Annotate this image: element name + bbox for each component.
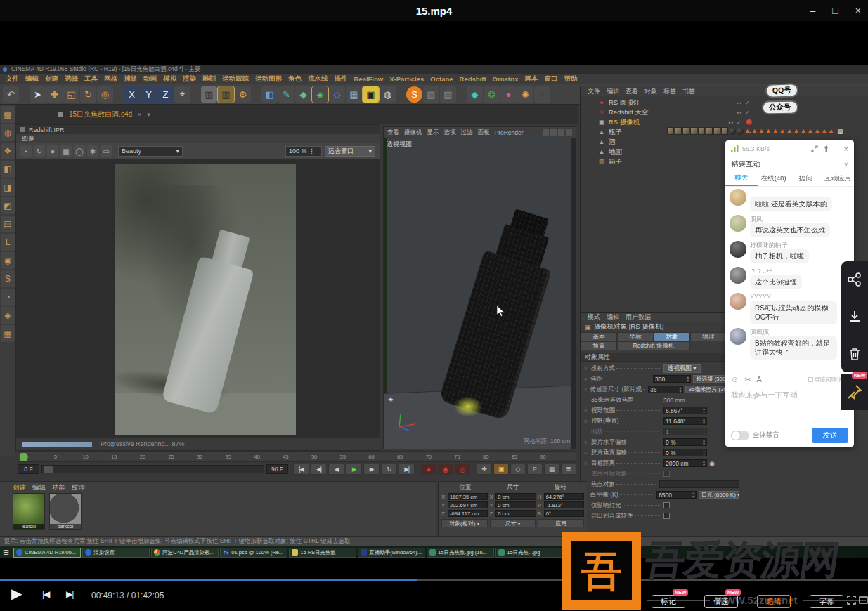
toolbar-icon[interactable]: ❂ <box>484 86 500 103</box>
value-field[interactable]: 0 %▴▾ <box>663 449 707 456</box>
material-menu-item[interactable]: 编辑 <box>32 483 46 492</box>
enabled-check-icon[interactable]: ✓ <box>745 110 752 116</box>
attribute-row[interactable]: ○ 焦点对象 ▴▾ ◉ <box>581 479 739 490</box>
toolbar-icon[interactable]: ▣ <box>363 86 379 103</box>
checkbox[interactable] <box>663 513 670 519</box>
value-field[interactable]: 6500▴▾ <box>656 491 697 499</box>
toolbar-icon[interactable]: ◍ <box>380 86 396 103</box>
om-menu-item[interactable]: 文件 <box>588 87 600 96</box>
aov-dropdown[interactable]: Beauty▾ <box>118 146 183 157</box>
enabled-check-icon[interactable]: ✓ <box>745 100 752 106</box>
attribute-row[interactable]: ○ 视野范围 6.867°▴▾ ◉ <box>581 405 739 416</box>
om-menu-item[interactable]: 编辑 <box>607 87 619 96</box>
pushpin-icon[interactable] <box>847 384 862 400</box>
palette-icon[interactable]: ▤ <box>1 216 15 232</box>
download-icon[interactable] <box>848 310 862 324</box>
keyframe-dot-icon[interactable]: ○ <box>584 419 589 423</box>
keying-button[interactable]: ▣ <box>493 464 509 475</box>
transport-button[interactable]: ▶ <box>363 464 380 475</box>
maximize-icon[interactable]: □ <box>832 5 838 16</box>
toolbar-icon[interactable]: ➤ <box>30 86 46 103</box>
keyframe-dot-icon[interactable]: ○ <box>584 366 589 371</box>
taskbar-item[interactable]: 阿波C4D产品渲染教... <box>151 548 219 558</box>
previous-button[interactable]: |◀ <box>42 589 49 599</box>
avatar[interactable] <box>730 215 746 232</box>
toolbar-icon[interactable]: ↻ <box>80 86 96 103</box>
viewport-menu-item[interactable]: 面板 <box>478 129 490 137</box>
subtitle-button[interactable]: 字幕 <box>810 595 843 608</box>
menu-item[interactable]: 模拟 <box>163 74 176 84</box>
object-row[interactable]: ● RS 圆顶灯 ●● ✓ <box>597 98 752 107</box>
texture-tag-strip[interactable]: ▲▲▲▲▲▲▲▲▲▲▲▲▲▩ <box>667 127 843 135</box>
toolbar-icon[interactable]: ✚ <box>46 86 63 103</box>
checkbox[interactable] <box>663 502 670 508</box>
attribute-tab[interactable]: 坐标 <box>617 332 654 341</box>
chat-tab[interactable]: 在线(48) <box>758 171 790 186</box>
link-field[interactable] <box>659 480 739 488</box>
chat-tool-icon[interactable]: ✂ <box>744 375 751 384</box>
attr-menu-item[interactable]: 编辑 <box>607 313 619 322</box>
keyframe-dot-icon[interactable]: ○ <box>584 461 589 466</box>
chat-tab[interactable]: 聊天 <box>725 171 758 186</box>
taskbar-item[interactable]: CINEMA 4D R19.06... <box>13 548 81 558</box>
apply-button[interactable]: 应用 <box>538 519 584 527</box>
toolbar-icon[interactable]: ▨ <box>440 86 456 103</box>
menu-item[interactable]: RealFlow <box>354 75 384 83</box>
chat-tool-icon[interactable]: ☺ <box>731 375 739 383</box>
value-field[interactable]: 300▴▾ <box>653 375 691 383</box>
pin-icon[interactable] <box>823 145 829 152</box>
value-field[interactable]: 36▴▾ <box>648 386 683 393</box>
slider-handle[interactable] <box>44 466 53 473</box>
next-button[interactable]: ▶| <box>66 589 73 599</box>
object-name[interactable]: 箱子 <box>609 157 622 166</box>
toolbar-icon[interactable]: ↶ <box>3 86 19 103</box>
material-thumbnail[interactable]: barkcol <box>49 493 82 530</box>
object-name[interactable]: 酒 <box>609 138 616 147</box>
value-field[interactable]: 11.648°▴▾ <box>663 417 707 425</box>
rotation-field[interactable]: -1.812° <box>544 501 584 508</box>
viewport-menu-item[interactable]: ProRender <box>495 129 524 136</box>
avatar[interactable] <box>730 241 746 258</box>
object-name[interactable]: Redshift 天空 <box>609 108 649 117</box>
trash-icon[interactable] <box>848 347 861 361</box>
toolbar-icon[interactable]: Y <box>141 86 157 103</box>
attribute-row[interactable]: ○ 传感器尺寸 (胶片规格) 36▴▾ 35毫米照片 (36.0毫米) ▾ ◉ <box>581 384 739 395</box>
object-name[interactable]: RS 圆顶灯 <box>609 98 640 107</box>
transport-button[interactable]: ▶ <box>346 464 362 475</box>
transport-button[interactable]: ◀ <box>328 464 344 475</box>
menu-item[interactable]: 文件 <box>6 74 19 84</box>
menu-item[interactable]: Redshift <box>460 75 486 83</box>
quality-button[interactable]: 超清 <box>757 595 791 608</box>
viewport-menu-item[interactable]: 显示 <box>427 129 439 137</box>
material-menu-item[interactable]: 功能 <box>52 483 65 492</box>
om-menu-item[interactable]: 书签 <box>682 87 695 96</box>
chat-messages[interactable]: 啦啦 还是看英文版本的 朋风 再说这英文也不怎么难 柠檬味的柚子 柚子相 <box>725 188 854 372</box>
keyframe-dot-icon[interactable]: ○ <box>584 387 588 392</box>
menu-item[interactable]: 运动跟踪 <box>222 74 249 84</box>
menu-item[interactable]: 运动图形 <box>255 74 282 84</box>
minimize-chat-icon[interactable]: – <box>834 145 838 153</box>
ipr-render-canvas[interactable] <box>16 159 380 438</box>
keyframe-dot-icon[interactable]: ○ <box>584 450 589 455</box>
mark-button[interactable]: 标记 <box>652 595 685 608</box>
taskbar-item[interactable]: 直播助手(window64)... <box>358 548 425 558</box>
value-field[interactable]: 6.867°▴▾ <box>663 407 707 414</box>
attribute-row[interactable]: ○ 白平衡 (K) 6500▴▾ 日光 (6500 K) ▾ ◉ <box>581 490 739 500</box>
attribute-row[interactable]: ○ 胶片水平偏移 0 %▴▾ ◉ <box>581 437 739 447</box>
toolbar-icon[interactable]: ◱ <box>63 86 79 103</box>
start-button[interactable]: ⊞ <box>3 548 9 557</box>
theater-mode-icon[interactable] <box>859 596 868 605</box>
chat-tab[interactable]: 提问 <box>790 171 822 186</box>
palette-icon[interactable]: ◩ <box>1 197 15 214</box>
size-field[interactable]: 0 cm <box>495 501 536 508</box>
palette-icon[interactable]: S <box>1 270 15 287</box>
chat-tab[interactable]: 互动应用 <box>822 171 854 186</box>
toolbar-icon[interactable]: ➤ <box>534 86 550 103</box>
value-field[interactable]: 1▴▾ <box>663 428 707 435</box>
fit-window-dropdown[interactable]: 适合窗口▾ <box>325 146 375 157</box>
palette-icon[interactable]: ◉ <box>1 252 15 269</box>
share-icon[interactable] <box>848 272 862 287</box>
om-menu-item[interactable]: 对象 <box>644 87 657 96</box>
menu-item[interactable]: 窗口 <box>545 74 558 84</box>
attribute-row[interactable]: ○ 投射方式 ▴▾ 透视视图 ▾ ◉ <box>581 363 739 374</box>
